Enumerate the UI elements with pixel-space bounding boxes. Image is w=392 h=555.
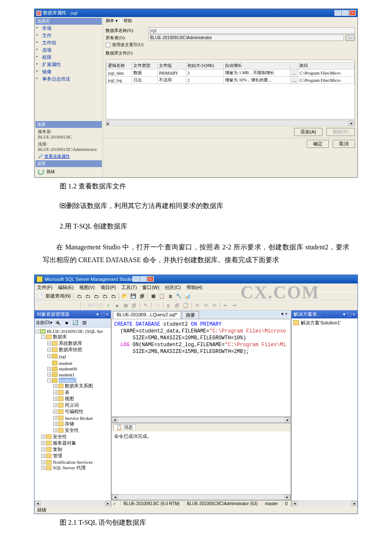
new-query-icon[interactable]: 📄 bbox=[36, 292, 44, 300]
save-icon[interactable]: 💾 bbox=[130, 292, 137, 300]
tree-item[interactable]: 可编程性 bbox=[65, 408, 84, 415]
sql-editor[interactable]: CREATE DATABASE student2 ON PRIMARY (NAM… bbox=[111, 319, 291, 417]
nav-mirror[interactable]: 镜像 bbox=[35, 68, 102, 75]
files-grid[interactable]: 逻辑名称 文件类型 文件组 初始大小(MB) 自动增长 路径 jxgl_data… bbox=[106, 60, 355, 119]
tree-item[interactable]: Service Broker bbox=[65, 416, 93, 421]
owner-input[interactable] bbox=[148, 35, 344, 41]
tree-db-selected[interactable]: student2 bbox=[59, 378, 76, 383]
menu-view[interactable]: 视图(V) bbox=[79, 285, 95, 290]
menu-project[interactable]: 项目(P) bbox=[101, 285, 116, 290]
tree-item[interactable]: 安全性 bbox=[65, 427, 79, 434]
ssms-titlebar[interactable]: Microsoft SQL Server Management Studio _… bbox=[35, 275, 357, 283]
tool-icon[interactable]: ✎ bbox=[142, 302, 150, 309]
close-button[interactable]: × bbox=[349, 10, 356, 16]
tool-icon[interactable]: 🗐 bbox=[130, 302, 138, 309]
tool-icon[interactable]: 🗐 bbox=[173, 302, 181, 309]
tree-hscroll[interactable]: ◂▸ bbox=[35, 500, 111, 506]
tree-item[interactable]: 视图 bbox=[65, 396, 74, 402]
tool-icon[interactable]: ■ bbox=[63, 319, 70, 327]
tree-sysdb[interactable]: 系统数据库 bbox=[59, 340, 82, 347]
col-size[interactable]: 初始大小(MB) bbox=[186, 62, 224, 69]
tab-dropdown-icon[interactable]: ▾ × bbox=[280, 311, 289, 319]
menubar[interactable]: 文件(F) 编辑(E) 视图(V) 项目(P) 工具(T) 窗口(W) 社区(C… bbox=[35, 283, 357, 292]
tool-icon[interactable]: 📊 bbox=[184, 292, 191, 300]
solution-title[interactable]: 解决方案资... ▾ ⬚ × bbox=[291, 310, 357, 318]
new-query-button[interactable]: 新建查询(N) bbox=[45, 293, 72, 299]
tree-replication[interactable]: 复制 bbox=[53, 446, 62, 453]
tree-databases[interactable]: 数据库 bbox=[53, 334, 67, 340]
solution-root[interactable]: 解决方案'Solution1' bbox=[293, 320, 356, 326]
tree-db[interactable]: jxgl bbox=[59, 354, 66, 359]
object-explorer-toolbar[interactable]: 连接(O)▾ 🔌 ■ 🔃 ▥ bbox=[35, 318, 111, 327]
tree-server-objects[interactable]: 服务器对象 bbox=[53, 440, 76, 446]
nav-filegroups[interactable]: 文件组 bbox=[35, 39, 102, 46]
tool-icon[interactable]: ⟲ bbox=[210, 302, 218, 309]
script-toolbar[interactable]: 脚本 ▾ 📄帮助 bbox=[103, 17, 357, 25]
tool-icon[interactable]: 🗎 bbox=[167, 292, 174, 300]
conn-props-link[interactable]: 查看连接属性 bbox=[44, 154, 70, 159]
tree-snapshot[interactable]: 数据库快照 bbox=[59, 347, 82, 353]
tool-icon[interactable]: 🗀 bbox=[101, 292, 109, 300]
tool-icon[interactable]: 🗀 bbox=[92, 292, 100, 300]
menu-window[interactable]: 窗口(W) bbox=[142, 285, 159, 290]
add-button[interactable]: 添加(A) bbox=[294, 128, 323, 136]
messages-body[interactable]: 命令已成功完成。 bbox=[112, 431, 291, 494]
menu-file[interactable]: 文件(F) bbox=[37, 285, 52, 290]
msg-hscroll[interactable]: ◂▸ bbox=[112, 494, 291, 500]
maximize-button[interactable]: □ bbox=[342, 10, 349, 16]
tab-query[interactable]: BLUE-201009...LQuery2.sql* bbox=[113, 311, 181, 319]
nav-general[interactable]: 常规 bbox=[35, 25, 102, 32]
open-icon[interactable]: 📂 bbox=[121, 292, 129, 300]
tool-icon[interactable]: 🗏 bbox=[165, 302, 173, 309]
object-explorer-title[interactable]: 对象资源管理器 ▾ ⬚ × bbox=[35, 310, 111, 318]
owner-browse-button[interactable]: ... bbox=[346, 35, 355, 41]
refresh-icon[interactable]: 🔃 bbox=[72, 319, 79, 327]
document-tabs[interactable]: BLUE-201009...LQuery2.sql* 摘要 ▾ × bbox=[111, 310, 291, 319]
ok-button[interactable]: 确定 bbox=[307, 140, 329, 148]
filter-icon[interactable]: ▥ bbox=[81, 319, 88, 327]
col-type[interactable]: 文件类型 bbox=[132, 62, 158, 69]
close-button[interactable]: × bbox=[147, 276, 154, 282]
col-group[interactable]: 文件组 bbox=[158, 62, 186, 69]
nav-extended[interactable]: 扩展属性 bbox=[35, 61, 102, 68]
tree-notification[interactable]: Notification Services bbox=[53, 460, 92, 465]
tree-item[interactable]: 存储 bbox=[65, 421, 74, 427]
delete-button[interactable]: 删除(R) bbox=[326, 128, 355, 136]
nav-files[interactable]: 文件 bbox=[35, 32, 102, 39]
connect-button[interactable]: 连接(O)▾ bbox=[36, 320, 52, 326]
cancel-button[interactable]: 取消 bbox=[333, 140, 355, 148]
outdent-icon[interactable]: ⇥ bbox=[231, 302, 238, 309]
col-logical[interactable]: 逻辑名称 bbox=[107, 62, 132, 69]
tab-summary[interactable]: 摘要 bbox=[182, 311, 199, 319]
standard-toolbar[interactable]: 📄 新建查询(N) 🗀 🗀 🗀 🗀 🗀 📂 💾 🗐 ▦ 📋 🗎 🔧 📊 bbox=[35, 292, 357, 301]
tool-icon[interactable]: 🗀 bbox=[110, 292, 117, 300]
tool-icon[interactable]: 📋 bbox=[158, 292, 166, 300]
tool-icon[interactable]: 🗀 bbox=[75, 292, 83, 300]
menu-edit[interactable]: 编辑(E) bbox=[58, 285, 74, 290]
tree-item[interactable]: 数据库关系图 bbox=[65, 383, 93, 389]
tree-db[interactable]: student1 bbox=[59, 372, 75, 377]
titlebar[interactable]: 数据库属性 - jxgl _ □ × bbox=[35, 9, 357, 17]
tool-icon[interactable]: 🔌 bbox=[54, 319, 61, 327]
pin-icon[interactable]: ▾ ⬚ × bbox=[343, 312, 355, 317]
tool-icon[interactable]: 📋 bbox=[182, 302, 190, 309]
col-path[interactable]: 路径 bbox=[298, 62, 355, 69]
menu-tools[interactable]: 工具(T) bbox=[121, 285, 137, 290]
tool-icon[interactable]: ⬚ bbox=[153, 302, 161, 309]
tool-icon[interactable]: ⟲ bbox=[193, 302, 201, 309]
tool-icon[interactable]: 🔧 bbox=[175, 292, 183, 300]
editor-hscroll[interactable]: ◂▸ bbox=[111, 417, 291, 423]
sql-toolbar[interactable]: ! 执行(X) ✓ ■ ▦ 🗐 ✎ ⬚ 🗏 🗐 📋 ⟲ ⟲ ⟲ ⇤ bbox=[35, 301, 357, 310]
nav-options[interactable]: 选项 bbox=[35, 46, 102, 54]
horizontal-scrollbar[interactable]: ◂▸ bbox=[106, 120, 355, 126]
menu-community[interactable]: 社区(C) bbox=[165, 285, 181, 290]
stop-icon[interactable]: ■ bbox=[113, 302, 121, 309]
tool-icon[interactable]: ▦ bbox=[122, 302, 130, 309]
execute-button[interactable]: 执行(X) bbox=[86, 302, 104, 309]
maximize-button[interactable]: □ bbox=[140, 276, 147, 282]
tree-db[interactable]: student00 bbox=[59, 366, 77, 371]
tree-db[interactable]: student bbox=[59, 361, 72, 366]
fulltext-checkbox[interactable] bbox=[106, 43, 110, 47]
nav-logship[interactable]: 事务日志传送 bbox=[35, 75, 102, 83]
indent-icon[interactable]: ⇤ bbox=[222, 302, 230, 309]
